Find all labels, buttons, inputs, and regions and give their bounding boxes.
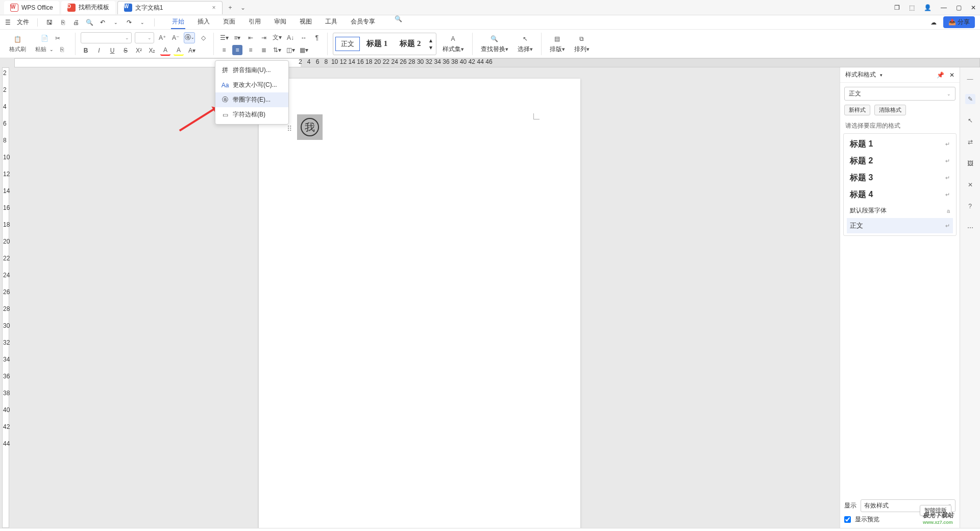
show-marks-icon[interactable]: ¶ — [312, 33, 322, 43]
style-item-body[interactable]: 正文↵ — [847, 218, 953, 233]
qa-redo-icon[interactable]: ↷ — [126, 19, 133, 26]
align-right-icon[interactable]: ≡ — [246, 45, 256, 55]
vertical-ruler[interactable]: 2246810121416182022242628303234363840424… — [0, 67, 11, 528]
style-gallery[interactable]: 正文 标题 1 标题 2 ▴▾ — [333, 33, 436, 55]
document-tab[interactable]: W 文字文稿1 × — [117, 1, 223, 14]
layout-button[interactable]: ▤排版▾ — [547, 32, 568, 56]
new-style-button[interactable]: 新样式 — [844, 105, 870, 115]
tab-reference[interactable]: 引用 — [248, 15, 262, 29]
window-close[interactable]: ✕ — [971, 4, 976, 11]
cloud-icon[interactable]: ☁ — [930, 19, 937, 26]
qa-undo-dropdown[interactable]: ⌄ — [112, 19, 119, 26]
style-item-h1[interactable]: 标题 1↵ — [847, 136, 953, 153]
side-pencil-icon[interactable]: ✎ — [965, 94, 975, 104]
tab-review[interactable]: 审阅 — [273, 15, 287, 29]
number-list-icon[interactable]: ≡▾ — [232, 33, 242, 43]
font-color-button[interactable]: A — [160, 45, 170, 56]
side-image-icon[interactable]: 🖼 — [965, 158, 975, 168]
highlight-button[interactable]: A — [174, 45, 184, 56]
char-scale-icon[interactable]: ↔ — [299, 33, 309, 43]
style-item-h4[interactable]: 标题 4↵ — [847, 186, 953, 203]
find-replace-button[interactable]: 🔍查找替换▾ — [478, 32, 511, 56]
clear-format-button[interactable]: 清除格式 — [874, 105, 906, 115]
decrease-font-icon[interactable]: A⁻ — [170, 33, 181, 43]
menu-icon[interactable]: ☰ — [5, 19, 11, 26]
current-style-select[interactable]: 正文⌄ — [844, 87, 955, 101]
page[interactable]: ⠿ 我 — [259, 79, 580, 528]
selected-text[interactable]: 我 — [297, 114, 323, 140]
align-center-icon[interactable]: ≡ — [232, 45, 242, 55]
side-collapse-icon[interactable]: — — [967, 76, 973, 83]
side-tools-icon[interactable]: ✕ — [965, 180, 975, 190]
line-spacing-icon[interactable]: ⇅▾ — [272, 45, 282, 55]
menu-pinyin-guide[interactable]: 拼拼音指南(U)... — [215, 63, 288, 78]
app-tab[interactable]: W WPS Office — [4, 1, 59, 14]
side-help-icon[interactable]: ? — [965, 201, 975, 211]
preview-checkbox[interactable] — [844, 516, 851, 523]
paste-group[interactable]: 📄✂ 粘贴⌄⎘ — [32, 32, 70, 56]
side-more-icon[interactable]: ⋯ — [965, 223, 975, 233]
subscript-button[interactable]: X₂ — [147, 45, 157, 56]
bullet-list-icon[interactable]: ☰▾ — [219, 33, 229, 43]
win-cube-icon[interactable]: ⬚ — [909, 4, 915, 11]
select-button[interactable]: ↖选择▾ — [514, 32, 536, 56]
style-h1[interactable]: 标题 1 — [361, 36, 393, 51]
menu-enclosed-char[interactable]: ⓐ带圈字符(E)... — [215, 92, 288, 107]
text-effects-button[interactable]: A▾ — [187, 45, 197, 56]
qa-undo-icon[interactable]: ↶ — [99, 19, 106, 26]
tab-insert[interactable]: 插入 — [197, 15, 211, 29]
superscript-button[interactable]: X² — [134, 45, 144, 56]
new-tab-button[interactable]: + — [225, 4, 236, 11]
qa-save-icon[interactable]: 🖫 — [46, 19, 53, 26]
document-canvas[interactable]: ⠿ 我 — [11, 67, 840, 528]
search-icon[interactable]: 🔍 — [395, 15, 402, 22]
strike-button[interactable]: S — [120, 45, 131, 56]
enclosed-char-button[interactable]: ⓐ⌄ — [184, 32, 195, 43]
style-item-h3[interactable]: 标题 3↵ — [847, 170, 953, 186]
shading-icon[interactable]: ◫▾ — [285, 45, 296, 55]
side-swap-icon[interactable]: ⇄ — [965, 137, 975, 147]
qa-print-icon[interactable]: 🖨 — [72, 19, 80, 26]
align-justify-icon[interactable]: ≣ — [259, 45, 269, 55]
align-left-icon[interactable]: ≡ — [219, 45, 229, 55]
file-menu[interactable]: 文件 — [17, 18, 29, 27]
style-body[interactable]: 正文 — [335, 37, 360, 51]
style-item-default-font[interactable]: 默认段落字体a — [847, 203, 953, 218]
underline-button[interactable]: U — [107, 45, 117, 56]
horizontal-ruler[interactable]: 2468101214161820222426283032343638404244… — [0, 58, 980, 67]
win-user-icon[interactable]: 👤 — [924, 4, 932, 11]
smart-layout-button[interactable]: 智能排版 — [920, 505, 951, 516]
bold-button[interactable]: B — [81, 45, 91, 56]
clear-format-icon[interactable]: ◇ — [198, 33, 208, 43]
window-maximize[interactable]: ▢ — [956, 4, 962, 11]
menu-change-case[interactable]: Aa更改大小写(C)... — [215, 78, 288, 92]
pin-icon[interactable]: 📌 — [937, 71, 944, 79]
template-tab[interactable]: D 找稻壳模板 — [61, 1, 115, 14]
tab-member[interactable]: 会员专享 — [350, 15, 376, 29]
copy-icon[interactable]: ⎘ — [57, 44, 67, 55]
increase-indent-icon[interactable]: ⇥ — [259, 33, 269, 43]
drag-handle-icon[interactable]: ⠿ — [287, 125, 293, 133]
cut-icon[interactable]: ✂ — [53, 33, 63, 43]
window-minimize[interactable]: — — [941, 4, 947, 11]
borders-icon[interactable]: ▦▾ — [299, 45, 309, 55]
tab-view[interactable]: 视图 — [299, 15, 313, 29]
text-direction-icon[interactable]: 文▾ — [272, 33, 282, 43]
arrange-button[interactable]: ⧉排列▾ — [571, 32, 593, 56]
decrease-indent-icon[interactable]: ⇤ — [246, 33, 256, 43]
sort-icon[interactable]: A↓ — [285, 33, 296, 43]
style-set-button[interactable]: A样式集▾ — [439, 32, 467, 56]
win-sidepanel-icon[interactable]: ❐ — [894, 4, 900, 11]
tab-page[interactable]: 页面 — [222, 15, 236, 29]
style-item-h2[interactable]: 标题 2↵ — [847, 153, 953, 170]
qa-redo-dropdown[interactable]: ⌄ — [139, 19, 146, 26]
style-h2[interactable]: 标题 2 — [394, 36, 426, 51]
font-size-select[interactable]: ⌄ — [135, 32, 154, 43]
menu-char-border[interactable]: ▭字符边框(B) — [215, 107, 288, 122]
format-painter-group[interactable]: 📋 格式刷 — [6, 32, 29, 56]
panel-close-icon[interactable]: ✕ — [949, 71, 954, 79]
tab-home[interactable]: 开始 — [171, 15, 185, 29]
qa-preview-icon[interactable]: 🔍 — [86, 19, 93, 26]
tab-dropdown[interactable]: ⌄ — [236, 4, 250, 11]
side-cursor-icon[interactable]: ↖ — [965, 115, 975, 126]
